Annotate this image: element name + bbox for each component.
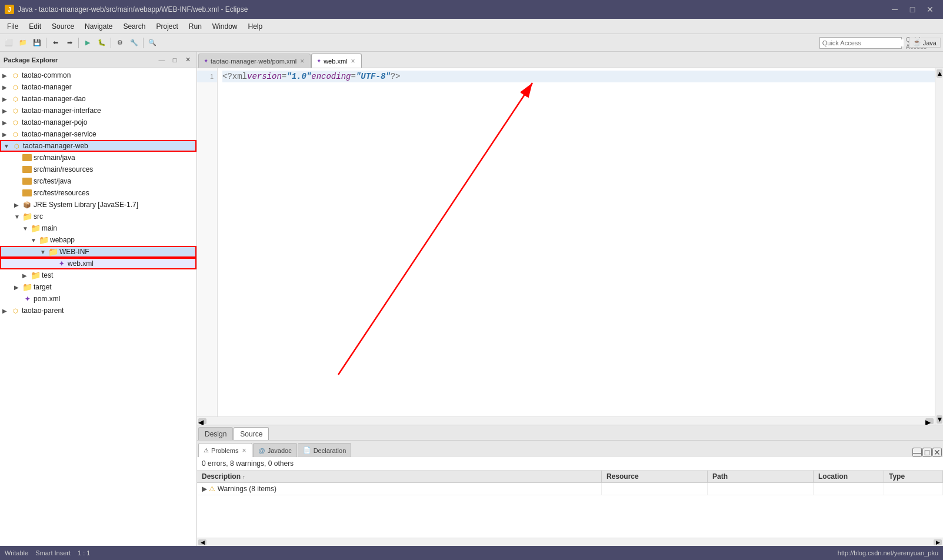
tab-pom-xml[interactable]: ✦ taotao-manager-web/pom.xml × bbox=[198, 54, 311, 68]
hscroll-right-btn[interactable]: ▶ bbox=[925, 418, 934, 424]
tab-close-pom[interactable]: × bbox=[299, 57, 305, 65]
editor-scrollbar[interactable]: ▲ ▼ bbox=[935, 68, 943, 425]
tree-label: src/main/resources bbox=[34, 165, 93, 174]
menu-edit[interactable]: Edit bbox=[24, 21, 46, 32]
toolbar-btn-7[interactable]: 🔧 bbox=[128, 36, 141, 49]
problems-hscroll-right[interactable]: ▶ bbox=[934, 539, 942, 545]
code-content[interactable]: <?xml version="1.0" encoding="UTF-8"?> bbox=[218, 68, 943, 425]
tree-item-src[interactable]: ▼ 📁 src bbox=[0, 211, 196, 222]
minimize-button[interactable]: ─ bbox=[887, 4, 903, 15]
menu-window[interactable]: Window bbox=[208, 21, 242, 32]
tree-item-pomxml[interactable]: ✦ pom.xml bbox=[0, 293, 196, 305]
sidebar-maximize-btn[interactable]: □ bbox=[169, 55, 180, 65]
tree-item-main[interactable]: ▼ 📁 main bbox=[0, 222, 196, 234]
tree-item-taotao-manager-web[interactable]: ▼ ⬡ taotao-manager-web bbox=[0, 140, 196, 152]
status-bar: Writable Smart Insert 1 : 1 http://blog.… bbox=[0, 546, 943, 560]
tab-source[interactable]: Source bbox=[234, 427, 269, 440]
tree-item-taotao-manager-pojo[interactable]: ▶ ⬡ taotao-manager-pojo bbox=[0, 116, 196, 128]
folder-icon bbox=[22, 166, 32, 173]
tab-declaration[interactable]: 📄 Declaration bbox=[298, 443, 352, 457]
tree-item-src-main-resources[interactable]: src/main/resources bbox=[0, 164, 196, 175]
tree-item-webinf[interactable]: ▼ 📁 WEB-INF bbox=[0, 246, 196, 258]
tree-item-src-test-java[interactable]: src/test/java bbox=[0, 175, 196, 187]
toolbar-btn-run[interactable]: ▶ bbox=[81, 36, 94, 49]
xml-version-val: "1.0" bbox=[286, 71, 311, 82]
menu-source[interactable]: Source bbox=[47, 21, 79, 32]
folder-icon: 📁 bbox=[31, 271, 40, 280]
toolbar-btn-5[interactable]: ➡ bbox=[63, 36, 76, 49]
tab-javadoc[interactable]: @ Javadoc bbox=[253, 443, 296, 457]
tree-item-src-main-java[interactable]: src/main/java bbox=[0, 152, 196, 164]
expand-arrow[interactable]: ▶ bbox=[202, 485, 207, 493]
tree-item-src-test-resources[interactable]: src/test/resources bbox=[0, 187, 196, 199]
menu-navigate[interactable]: Navigate bbox=[80, 21, 117, 32]
folder-icon: 📁 bbox=[22, 212, 32, 221]
tree-label: taotao-manager-interface bbox=[22, 106, 101, 115]
tree-item-taotao-manager-service[interactable]: ▶ ⬡ taotao-manager-service bbox=[0, 128, 196, 140]
tree-item-test[interactable]: ▶ 📁 test bbox=[0, 269, 196, 281]
quick-access-input[interactable] bbox=[822, 39, 904, 46]
menu-file[interactable]: File bbox=[2, 21, 23, 32]
col-description[interactable]: Description ↑ bbox=[197, 471, 602, 482]
editor-hscrollbar[interactable]: ◀ ▶ bbox=[197, 416, 935, 425]
tab-design-label: Design bbox=[205, 430, 226, 438]
toolbar-btn-debug[interactable]: 🐛 bbox=[95, 36, 108, 49]
problems-panel-maximize[interactable]: □ bbox=[922, 448, 932, 457]
toolbar-btn-6[interactable]: ⚙ bbox=[114, 36, 126, 49]
col-type[interactable]: Type bbox=[884, 471, 943, 482]
close-button[interactable]: ✕ bbox=[922, 4, 938, 15]
tree-item-webxml[interactable]: ✦ web.xml bbox=[0, 258, 196, 269]
menu-search[interactable]: Search bbox=[118, 21, 150, 32]
problems-hscrollbar[interactable]: ◀ ▶ bbox=[197, 538, 943, 546]
tree-item-target[interactable]: ▶ 📁 target bbox=[0, 281, 196, 293]
tree-item-taotao-parent[interactable]: ▶ ⬡ taotao-parent bbox=[0, 305, 196, 316]
tree-item-webapp[interactable]: ▼ 📁 webapp bbox=[0, 234, 196, 246]
problems-panel-close[interactable]: ✕ bbox=[932, 448, 942, 457]
tree-item-jre[interactable]: ▶ 📦 JRE System Library [JavaSE-1.7] bbox=[0, 199, 196, 211]
col-resource-label: Resource bbox=[607, 472, 639, 481]
tree-arrow: ▶ bbox=[2, 84, 11, 91]
tree-arrow bbox=[48, 261, 56, 267]
problems-hscroll-left[interactable]: ◀ bbox=[198, 539, 206, 545]
problems-summary: 0 errors, 8 warnings, 0 others bbox=[197, 457, 943, 471]
tree-item-taotao-manager-dao[interactable]: ▶ ⬡ taotao-manager-dao bbox=[0, 93, 196, 105]
toolbar-btn-4[interactable]: ⬅ bbox=[49, 36, 62, 49]
tree-item-taotao-common[interactable]: ▶ ⬡ taotao-common bbox=[0, 69, 196, 81]
maximize-button[interactable]: □ bbox=[904, 4, 921, 15]
toolbar-btn-3[interactable]: 💾 bbox=[31, 36, 44, 49]
menu-project[interactable]: Project bbox=[151, 21, 182, 32]
col-resource[interactable]: Resource bbox=[602, 471, 708, 482]
xml-icon: ✦ bbox=[56, 259, 66, 268]
col-path[interactable]: Path bbox=[708, 471, 814, 482]
tab-problems[interactable]: ⚠ Problems × bbox=[198, 443, 252, 457]
sidebar-minimize-btn[interactable]: — bbox=[156, 55, 167, 65]
hscroll-left-btn[interactable]: ◀ bbox=[198, 418, 206, 424]
tree-item-taotao-manager-interface[interactable]: ▶ ⬡ taotao-manager-interface bbox=[0, 105, 196, 116]
tab-web-xml[interactable]: ✦ web.xml × bbox=[311, 54, 361, 68]
tree-label: src/main/java bbox=[34, 154, 75, 162]
tab-close-web[interactable]: × bbox=[349, 57, 356, 65]
sidebar-close-btn[interactable]: ✕ bbox=[182, 55, 193, 65]
scroll-up-btn[interactable]: ▲ bbox=[937, 69, 942, 78]
bottom-tabs: Design Source bbox=[197, 425, 943, 440]
problems-panel-minimize[interactable]: — bbox=[912, 448, 922, 457]
menu-run[interactable]: Run bbox=[184, 21, 206, 32]
tree-label: taotao-common bbox=[22, 71, 71, 79]
tab-design[interactable]: Design bbox=[198, 427, 233, 440]
problems-icon: ⚠ bbox=[204, 447, 209, 454]
tree-item-taotao-manager[interactable]: ▶ ⬡ taotao-manager bbox=[0, 81, 196, 93]
toolbar-btn-8[interactable]: 🔍 bbox=[146, 36, 159, 49]
scroll-down-btn[interactable]: ▼ bbox=[937, 415, 942, 424]
quick-access-box[interactable]: Quick Access bbox=[819, 37, 902, 49]
menu-help[interactable]: Help bbox=[244, 21, 268, 32]
toolbar-new-btn[interactable]: ⬜ bbox=[2, 36, 15, 49]
col-location[interactable]: Location bbox=[814, 471, 884, 482]
toolbar-btn-2[interactable]: 📁 bbox=[16, 36, 29, 49]
java-perspective-badge[interactable]: ☕ Java bbox=[909, 38, 941, 48]
main-content: Package Explorer — □ ✕ ▶ ⬡ taotao-common… bbox=[0, 52, 943, 546]
table-row[interactable]: ▶ ⚠ Warnings (8 items) bbox=[197, 483, 943, 495]
problems-tab-close[interactable]: × bbox=[241, 446, 247, 455]
tree-label: taotao-parent bbox=[22, 306, 64, 315]
tree-label: taotao-manager bbox=[22, 83, 72, 91]
xml-close-decl: ?> bbox=[391, 71, 401, 82]
